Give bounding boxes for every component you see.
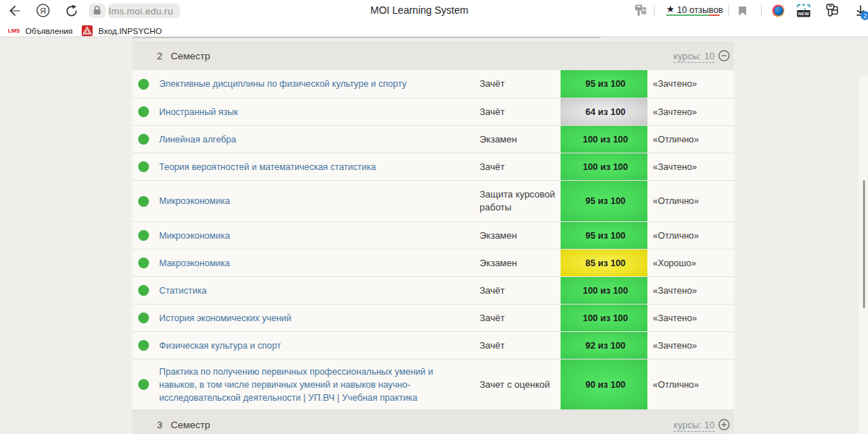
- svg-text:NEW: NEW: [798, 11, 809, 16]
- svg-text:Я: Я: [40, 7, 46, 15]
- svg-text:2: 2: [863, 12, 867, 20]
